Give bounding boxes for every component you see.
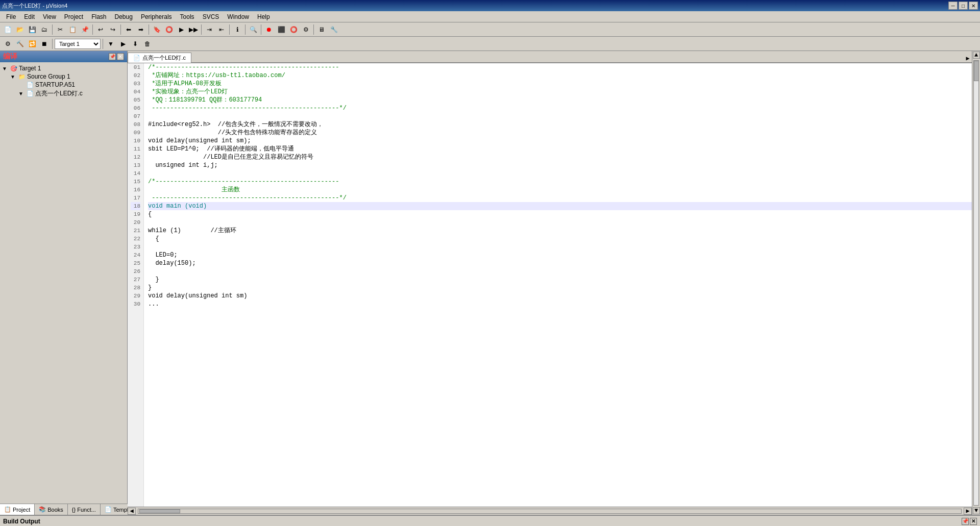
- led-file-icon: 📄: [27, 90, 34, 97]
- vscroll-down[interactable]: ▼: [973, 507, 980, 514]
- tab-functions-icon: {}: [72, 507, 76, 513]
- menu-window[interactable]: Window: [223, 12, 253, 21]
- record-button[interactable]: ⏺: [263, 24, 275, 35]
- indent-button[interactable]: ⇥: [204, 24, 215, 35]
- editor-tab-led[interactable]: 📄 点亮一个LED灯.c: [128, 53, 191, 63]
- hscroll-track[interactable]: [138, 509, 962, 514]
- menu-debug[interactable]: Debug: [111, 12, 137, 21]
- close-button[interactable]: ✕: [969, 2, 978, 10]
- sep4: [149, 24, 149, 35]
- menu-edit[interactable]: Edit: [20, 12, 39, 21]
- menu-bar: File Edit View Project Flash Debug Perip…: [0, 11, 980, 22]
- menu-project[interactable]: Project: [60, 12, 87, 21]
- led-file-label: 点亮一个LED灯.c: [35, 89, 83, 98]
- breakpoint-button[interactable]: ⭕: [163, 24, 175, 35]
- tab-functions-label: Funct...: [77, 507, 96, 513]
- rebuild-button[interactable]: 🔁: [27, 38, 38, 49]
- tab-books-label: Books: [47, 507, 63, 513]
- sidebar-header: 编译 📌 ✕: [0, 51, 127, 62]
- run-button[interactable]: ▶▶: [188, 24, 199, 35]
- tab-books[interactable]: 📚 Books: [35, 504, 68, 515]
- sidebar-pin-button[interactable]: 📌: [109, 53, 116, 60]
- code-content[interactable]: /*--------------------------------------…: [144, 63, 972, 507]
- menu-help[interactable]: Help: [253, 12, 274, 21]
- play-button[interactable]: ⭕: [288, 24, 299, 35]
- right-panel: ▲ ▼: [972, 51, 980, 515]
- tree-item-target[interactable]: ▼ 🎯 Target 1: [2, 64, 125, 72]
- step-button[interactable]: ▶: [176, 24, 187, 35]
- stop-build-button[interactable]: ⏹: [39, 38, 50, 49]
- vscroll-up[interactable]: ▲: [973, 52, 980, 59]
- nav-fwd-button[interactable]: ➡: [135, 24, 146, 35]
- line-numbers: 0102030405060708091011121314151617181920…: [128, 63, 144, 507]
- info-button[interactable]: ℹ: [232, 24, 243, 35]
- output-close-button[interactable]: ✕: [970, 518, 977, 525]
- tree-item-startup[interactable]: 📄 STARTUP.A51: [2, 81, 125, 89]
- expand-startup: [18, 82, 27, 88]
- paste-button[interactable]: 📌: [79, 24, 90, 35]
- options-button[interactable]: ⚙: [300, 24, 311, 35]
- search-button[interactable]: 🔍: [248, 24, 259, 35]
- sep2: [92, 24, 93, 35]
- output-pin-button[interactable]: 📌: [962, 518, 969, 525]
- editor-tab-icon: 📄: [133, 55, 140, 61]
- save-button[interactable]: 💾: [27, 24, 38, 35]
- redo-button[interactable]: ↪: [107, 24, 118, 35]
- tab-project[interactable]: 📋 Project: [0, 504, 35, 515]
- bookmark-button[interactable]: 🔖: [151, 24, 162, 35]
- tools-button[interactable]: 🔧: [328, 24, 339, 35]
- title-bar: 点亮一个LED灯 - µVision4 ─ □ ✕: [0, 0, 980, 11]
- output-title: Build Output: [3, 518, 40, 525]
- build-button[interactable]: 🔨: [14, 38, 26, 49]
- nav-back-button[interactable]: ⬅: [123, 24, 134, 35]
- maximize-button[interactable]: □: [959, 2, 968, 10]
- hscroll-left[interactable]: ◀: [128, 508, 136, 515]
- expand-source-group[interactable]: ▼: [10, 74, 18, 80]
- menu-peripherals[interactable]: Peripherals: [137, 12, 176, 21]
- sidebar-close-button[interactable]: ✕: [117, 53, 124, 60]
- expand-led-file[interactable]: ▼: [18, 91, 27, 96]
- copy-button[interactable]: 📋: [67, 24, 78, 35]
- target-select-button[interactable]: ▼: [105, 38, 116, 49]
- unindent-button[interactable]: ⇤: [216, 24, 227, 35]
- hscroll-thumb[interactable]: [139, 509, 180, 513]
- minimize-button[interactable]: ─: [948, 2, 958, 10]
- target-options-button[interactable]: ⚙: [2, 38, 13, 49]
- download-button[interactable]: ⬇: [130, 38, 141, 49]
- vscroll-track[interactable]: [973, 60, 979, 506]
- startup-file-label: STARTUP.A51: [35, 81, 75, 88]
- stop-button[interactable]: ⬛: [276, 24, 287, 35]
- tree-item-led-file[interactable]: ▼ 📄 点亮一个LED灯.c: [2, 89, 125, 98]
- source-group-icon: 📁: [18, 73, 26, 80]
- open-button[interactable]: 📂: [14, 24, 26, 35]
- toolbar-2: ⚙ 🔨 🔁 ⏹ Target 1 ▼ ▶ ⬇ 🗑: [0, 37, 980, 51]
- debug-start-button[interactable]: ▶: [117, 38, 129, 49]
- menu-file[interactable]: File: [2, 12, 20, 21]
- tab-functions[interactable]: {} Funct...: [68, 504, 101, 515]
- save-all-button[interactable]: 🗂: [39, 24, 50, 35]
- undo-button[interactable]: ↩: [95, 24, 106, 35]
- sep7: [245, 24, 246, 35]
- menu-tools[interactable]: Tools: [176, 12, 199, 21]
- menu-flash[interactable]: Flash: [87, 12, 110, 21]
- output-panel: Build Output 📌 ✕ Build target 'Target 1'…: [0, 515, 980, 526]
- hscroll-right[interactable]: ▶: [964, 508, 972, 515]
- editor-content[interactable]: 0102030405060708091011121314151617181920…: [128, 63, 972, 507]
- target-dropdown[interactable]: Target 1: [55, 39, 101, 49]
- new-file-button[interactable]: 📄: [2, 24, 13, 35]
- display-button[interactable]: 🖥: [316, 24, 327, 35]
- vscroll-thumb[interactable]: [974, 61, 979, 81]
- sep6: [229, 24, 230, 35]
- target-icon: 🎯: [10, 65, 17, 72]
- cut-button[interactable]: ✂: [55, 24, 66, 35]
- clear-button[interactable]: 🗑: [142, 38, 153, 49]
- menu-svcs[interactable]: SVCS: [199, 12, 224, 21]
- expand-target[interactable]: ▼: [2, 66, 10, 71]
- startup-file-icon: 📄: [27, 82, 34, 88]
- tree-item-source-group[interactable]: ▼ 📁 Source Group 1: [2, 72, 125, 81]
- editor-hscroll[interactable]: ◀ ▶: [128, 507, 972, 515]
- tab-project-label: Project: [13, 507, 30, 513]
- menu-view[interactable]: View: [39, 12, 60, 21]
- tab-scroll-right[interactable]: ▶: [964, 55, 972, 63]
- sidebar-tabs: 📋 Project 📚 Books {} Funct... 📄 Templ...: [0, 504, 127, 515]
